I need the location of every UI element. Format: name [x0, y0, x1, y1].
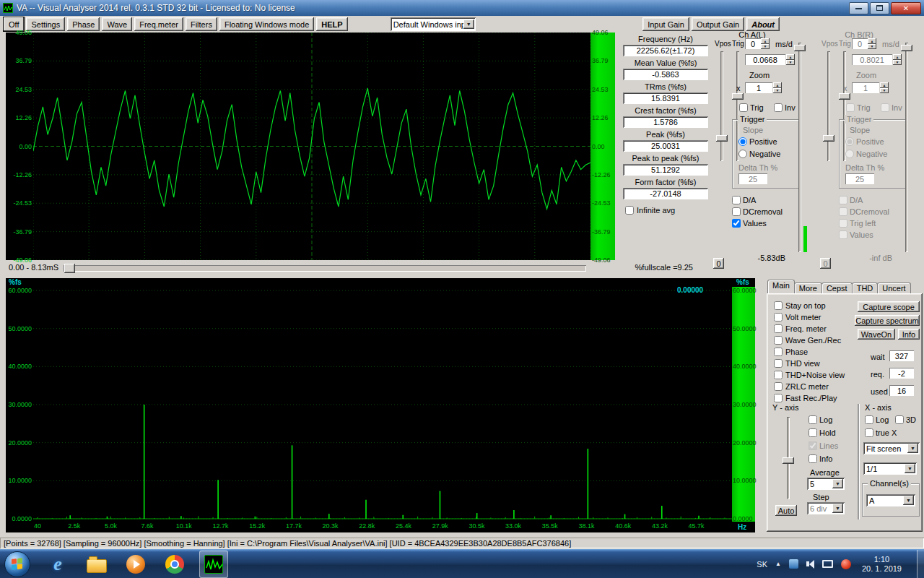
analysis-checkbox-stay-on-top[interactable]: Stay on top	[774, 300, 845, 311]
trig-checkbox-b[interactable]: Trig	[846, 103, 871, 112]
volume-icon[interactable]	[806, 560, 814, 569]
channel-combo[interactable]: A ▼	[866, 494, 915, 506]
negative-radio-a-input[interactable]	[738, 150, 747, 158]
input-gain-button[interactable]: Input Gain	[642, 17, 689, 31]
wave-button[interactable]: Wave	[102, 17, 132, 31]
gain-slider-a-thumb[interactable]	[794, 45, 806, 51]
ms-per-div-spinner-a[interactable]: 0	[745, 38, 761, 49]
clock[interactable]: 1:10 20. 1. 2019	[862, 555, 902, 574]
positive-radio-a[interactable]: Positive	[738, 137, 777, 146]
da-checkbox-a-input[interactable]	[732, 196, 741, 204]
zoom-spinner-b-buttons[interactable]: ▲▼	[880, 82, 889, 93]
x-log-checkbox[interactable]: Log	[865, 415, 889, 424]
ms-per-div-spinner-a-buttons[interactable]: ▲▼	[761, 38, 770, 49]
freq-meter-button[interactable]: Freq.meter	[134, 17, 183, 31]
about-button[interactable]: About	[746, 17, 780, 31]
tray-update-icon[interactable]	[789, 559, 798, 569]
waveon-button[interactable]: WaveOn	[858, 329, 895, 340]
zoom-spinner-a[interactable]: 1	[745, 82, 772, 93]
negative-radio-a[interactable]: Negative	[738, 150, 780, 158]
tab-uncert[interactable]: Uncert	[877, 282, 910, 293]
checkbox-input[interactable]	[774, 313, 783, 322]
delta-th-value-a[interactable]: 25	[738, 173, 767, 184]
info-checkbox-input[interactable]	[808, 454, 817, 463]
inv-checkbox-b-input[interactable]	[881, 103, 889, 112]
checkbox-input[interactable]	[774, 301, 783, 310]
used-value[interactable]: 16	[889, 385, 914, 396]
zero-button-a[interactable]: 0	[713, 258, 724, 269]
positive-radio-b[interactable]: Positive	[845, 137, 884, 146]
time-per-div-spinner-a-buttons[interactable]: ▲▼	[786, 54, 795, 65]
3d-checkbox-input[interactable]	[895, 415, 904, 424]
ms-per-div-spinner-b[interactable]: 0	[852, 38, 868, 49]
zoom-spinner-b[interactable]: 1	[852, 82, 879, 93]
gain-slider-b[interactable]	[905, 43, 908, 252]
true-x-checkbox-input[interactable]	[865, 428, 873, 437]
fit-screen-combo[interactable]: Fit screen ▼	[863, 442, 920, 454]
analysis-checkbox-thd-view[interactable]: THD view	[774, 358, 845, 369]
y-axis-zoom-slider-thumb[interactable]	[783, 457, 794, 464]
y-log-checkbox-input[interactable]	[808, 415, 817, 424]
close-button[interactable]: ✕	[891, 2, 921, 14]
gain-slider-b-thumb[interactable]	[901, 45, 912, 51]
scope-scrollbar-thumb[interactable]	[64, 264, 75, 273]
da-checkbox-b[interactable]: D/A	[839, 196, 863, 204]
zoom-spinner-a-buttons[interactable]: ▲▼	[773, 82, 782, 93]
analysis-checkbox-freq-meter[interactable]: Freq. meter	[774, 323, 845, 335]
capture-spectrum-button[interactable]: Capture spectrum	[855, 315, 920, 326]
ratio-combo[interactable]: 1/1 ▼	[863, 462, 917, 475]
network-icon[interactable]	[822, 560, 833, 568]
checkbox-input[interactable]	[774, 336, 783, 345]
info-checkbox[interactable]: Info	[808, 454, 832, 463]
show-desktop-button[interactable]	[917, 550, 924, 578]
show-hidden-icons-button[interactable]: ▲	[775, 561, 781, 567]
auto-button[interactable]: Auto	[775, 505, 797, 516]
zero-button-b[interactable]: 0	[820, 258, 831, 269]
info-button[interactable]: Info	[898, 329, 920, 340]
infinite-avg-input[interactable]	[625, 206, 634, 215]
capture-scope-button[interactable]: Capture scope	[858, 301, 920, 312]
negative-radio-b[interactable]: Negative	[845, 150, 887, 158]
req-value[interactable]: -2	[889, 368, 914, 379]
input-device-combo[interactable]: Default Windows inp ▼	[391, 17, 476, 31]
trig-checkbox-a[interactable]: Trig	[739, 103, 764, 112]
tab-thd[interactable]: THD	[852, 282, 879, 293]
hold-checkbox-input[interactable]	[808, 428, 817, 437]
true-x-checkbox[interactable]: true X	[865, 428, 897, 437]
checkbox-input[interactable]	[774, 394, 783, 402]
phase-button[interactable]: Phase	[67, 17, 100, 31]
floating-windows-button[interactable]: Floating Windows mode	[219, 17, 314, 31]
minimize-button[interactable]	[849, 2, 868, 14]
3d-checkbox[interactable]: 3D	[895, 415, 916, 424]
vpos-slider-a[interactable]	[720, 51, 723, 161]
start-button[interactable]	[4, 551, 30, 577]
help-button[interactable]: HELP	[316, 17, 347, 31]
trig-checkbox-b-input[interactable]	[846, 103, 855, 112]
y-log-checkbox[interactable]: Log	[808, 415, 832, 424]
checkbox-input[interactable]	[774, 348, 783, 356]
analysis-checkbox-wave-gen-rec[interactable]: Wave Gen./Rec	[774, 335, 845, 346]
scope-plot[interactable]	[33, 33, 590, 260]
inv-checkbox-a-input[interactable]	[774, 103, 783, 112]
delta-th-value-b[interactable]: 25	[845, 173, 874, 184]
spectrum-plot[interactable]	[33, 278, 732, 522]
vpos-slider-b[interactable]	[827, 51, 830, 161]
trig-slider-a-thumb[interactable]	[732, 93, 744, 100]
dcremoval-checkbox-a[interactable]: DCremoval	[732, 207, 783, 216]
tab-cepst[interactable]: Cepst	[821, 282, 853, 293]
settings-button[interactable]: Settings	[26, 17, 65, 31]
lines-checkbox[interactable]: Lines	[808, 441, 838, 450]
wait-value[interactable]: 327	[889, 350, 914, 361]
positive-radio-b-input[interactable]	[845, 137, 854, 146]
checkbox-input[interactable]	[774, 382, 783, 391]
taskbar-visual-analyser-icon[interactable]	[199, 551, 228, 578]
inv-checkbox-b[interactable]: Inv	[881, 103, 902, 112]
inv-checkbox-a[interactable]: Inv	[774, 103, 796, 112]
maximize-button[interactable]	[870, 2, 889, 14]
negative-radio-b-input[interactable]	[845, 150, 854, 158]
filters-button[interactable]: Filters	[186, 17, 217, 31]
infinite-avg-checkbox[interactable]: Infinite avg	[625, 206, 712, 215]
taskbar-ie-icon[interactable]: e	[43, 551, 72, 578]
tab-main[interactable]: Main	[767, 280, 795, 293]
trig-slider-b-thumb[interactable]	[839, 93, 850, 100]
